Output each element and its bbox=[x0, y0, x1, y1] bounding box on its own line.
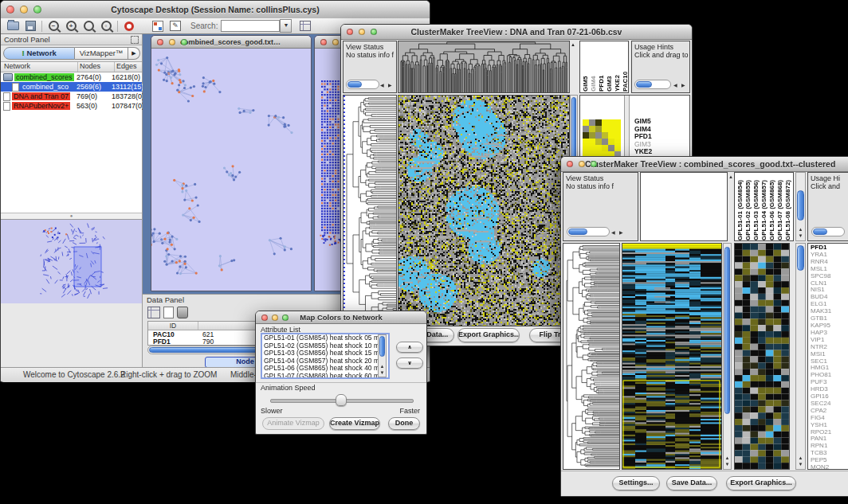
dialog-titlebar[interactable]: Map Colors to Network bbox=[256, 311, 426, 324]
attribute-listbox[interactable]: GPL51-01 (GSM854) heat shock 05 minGPL51… bbox=[261, 333, 390, 379]
t2-column-label[interactable]: GPL51-08 (GSM872) bbox=[784, 173, 792, 240]
network-view-window[interactable]: combined_scores_good.txt--cluste... bbox=[151, 35, 312, 291]
scroll-right-icon[interactable]: ▶ bbox=[619, 230, 623, 236]
window-controls[interactable] bbox=[261, 315, 289, 321]
scroll-up-icon[interactable]: ▲ bbox=[379, 364, 386, 369]
scroll-right-icon[interactable]: ▶ bbox=[681, 83, 685, 88]
minimize-button[interactable] bbox=[579, 161, 585, 167]
open-file-icon[interactable] bbox=[4, 19, 22, 33]
scroll-left-icon[interactable]: ◀ bbox=[673, 83, 677, 88]
annotation-icon[interactable]: ✎ bbox=[167, 19, 184, 33]
tab-vizmapper[interactable]: VizMapper™ bbox=[75, 47, 128, 60]
vizmapper-icon[interactable] bbox=[149, 19, 167, 33]
minimize-button[interactable] bbox=[272, 315, 278, 321]
scroll-up-icon[interactable]: ▲ bbox=[724, 455, 731, 461]
new-attribute-icon[interactable] bbox=[163, 307, 174, 318]
t1-status-hscrollbar[interactable] bbox=[346, 80, 379, 89]
network-table-row[interactable]: DNA and Tran 07769(0)183728(0) bbox=[1, 92, 142, 101]
t2-heatmap[interactable] bbox=[622, 243, 722, 470]
attribute-browser-icon[interactable] bbox=[296, 19, 314, 33]
zoom-button[interactable] bbox=[282, 315, 289, 321]
network-overview[interactable] bbox=[1, 220, 142, 303]
t1-titlebar[interactable]: ClusterMaker TreeView : DNA and Tran 07-… bbox=[341, 25, 692, 40]
t1-button-export-graphics[interactable]: Export Graphics... bbox=[457, 328, 520, 342]
search-dropdown-button[interactable]: ▼ bbox=[280, 19, 292, 33]
col-edges[interactable]: Edges bbox=[115, 62, 137, 72]
t1-column-label[interactable]: PAC10 bbox=[622, 42, 629, 92]
window-controls[interactable] bbox=[567, 161, 597, 167]
close-button[interactable] bbox=[261, 315, 268, 321]
zoom-button[interactable] bbox=[371, 29, 377, 35]
help-lifering-icon[interactable] bbox=[120, 19, 138, 33]
float-panel-icon[interactable] bbox=[131, 36, 139, 44]
t1-row-dendrogram[interactable] bbox=[343, 95, 397, 326]
t1-column-label[interactable]: PFD1 bbox=[598, 42, 606, 92]
t2-row-dendrogram[interactable] bbox=[563, 243, 620, 470]
scroll-left-icon[interactable]: ◀ bbox=[611, 230, 615, 236]
minimize-button[interactable] bbox=[20, 6, 28, 14]
move-down-button[interactable]: ∨ bbox=[396, 357, 423, 369]
zoom-fit-icon[interactable] bbox=[80, 19, 97, 33]
zoom-button[interactable] bbox=[591, 161, 597, 167]
scroll-down-icon[interactable]: ▼ bbox=[724, 462, 731, 467]
scroll-down-icon[interactable]: ▼ bbox=[379, 370, 386, 376]
zoom-button[interactable] bbox=[33, 6, 41, 14]
t2-column-dendrogram[interactable] bbox=[640, 172, 728, 241]
t2-gene-vscrollbar[interactable]: ▲ ▼ bbox=[795, 243, 806, 470]
t1-column-dendrogram[interactable] bbox=[398, 41, 570, 93]
t2-titlebar[interactable]: ClusterMaker TreeView : combined_scores_… bbox=[561, 157, 848, 172]
close-button[interactable] bbox=[157, 39, 163, 45]
create-vizmap-button[interactable]: Create Vizmap bbox=[329, 417, 380, 430]
t2-heatmap-vscrollbar[interactable]: ▲ ▼ bbox=[723, 243, 732, 470]
zoom-out-icon[interactable]: − bbox=[45, 19, 62, 33]
close-button[interactable] bbox=[347, 29, 353, 35]
save-icon[interactable] bbox=[22, 19, 39, 33]
overview-canvas[interactable] bbox=[1, 220, 141, 303]
animate-vizmap-button[interactable]: Animate Vizmap bbox=[262, 417, 324, 430]
t2-column-label[interactable]: GPL51-04 (GSM857) bbox=[760, 173, 768, 240]
done-button[interactable]: Done bbox=[388, 417, 420, 430]
network-canvas[interactable] bbox=[151, 49, 309, 291]
attribute-list-item[interactable]: GPL51-07 (GSM868) heat shock 60 min bbox=[262, 373, 388, 379]
close-button[interactable] bbox=[567, 161, 573, 167]
zoom-button[interactable] bbox=[181, 39, 187, 45]
t2-column-label[interactable]: GPL51-03 (GSM856) bbox=[752, 173, 760, 240]
network-table-row[interactable]: combined_scores2764(0)16218(0) bbox=[1, 72, 142, 82]
tab-network[interactable]: ⁝ Network bbox=[3, 47, 75, 60]
t2-collabel-vscrollbar[interactable]: ▲ ▼ bbox=[795, 172, 806, 241]
t2-column-label[interactable]: GPL51-07 (GSM868) bbox=[776, 173, 784, 240]
attribute-select-icon[interactable] bbox=[147, 307, 160, 318]
scroll-up-icon[interactable]: ▲ bbox=[796, 455, 805, 461]
t2-button-save-data[interactable]: Save Data... bbox=[666, 476, 717, 490]
scroll-up-icon[interactable]: ▲ bbox=[728, 174, 733, 180]
scroll-up-icon[interactable]: ▲ bbox=[571, 42, 575, 48]
main-titlebar[interactable]: Cytoscape Desktop (Session Name: collins… bbox=[1, 1, 430, 19]
tab-overflow-arrow[interactable]: ▶ bbox=[128, 47, 140, 60]
t1-column-label[interactable]: GIM4 bbox=[590, 42, 598, 92]
network-table-row[interactable]: RNAPuberNov2+563(0)107847(0) bbox=[1, 101, 142, 111]
gene-label[interactable]: MON2 bbox=[811, 464, 848, 470]
scroll-down-icon[interactable]: ▼ bbox=[796, 462, 805, 467]
minimize-button[interactable] bbox=[169, 39, 175, 45]
window-controls[interactable] bbox=[157, 39, 187, 45]
t1-mini-heatmap[interactable] bbox=[583, 119, 621, 158]
t1-usage-hscrollbar[interactable] bbox=[634, 80, 671, 89]
t2-zoom-heatmap[interactable] bbox=[734, 243, 790, 470]
t2-button-settings[interactable]: Settings... bbox=[612, 476, 660, 490]
window-controls[interactable] bbox=[6, 6, 41, 14]
close-button[interactable] bbox=[6, 6, 14, 14]
col-network[interactable]: Network bbox=[1, 62, 78, 72]
scroll-down-icon[interactable]: ▼ bbox=[796, 233, 805, 239]
search-input[interactable] bbox=[221, 20, 280, 32]
network-table-row[interactable]: combined_sco2569(6)13112(15) bbox=[1, 82, 142, 92]
t2-usage-hscrollbar[interactable] bbox=[811, 227, 845, 236]
t1-heatmap[interactable] bbox=[398, 95, 570, 326]
col-nodes[interactable]: Nodes bbox=[78, 62, 115, 72]
move-up-button[interactable]: ∧ bbox=[396, 342, 423, 353]
delete-attribute-icon[interactable] bbox=[177, 307, 188, 318]
t2-column-label[interactable]: GPL51-01 (GSM854) bbox=[736, 173, 744, 240]
t2-column-label[interactable]: GPL51-02 (GSM855) bbox=[744, 173, 752, 240]
slider-thumb[interactable] bbox=[336, 394, 347, 406]
scroll-left-icon[interactable]: ◀ bbox=[380, 83, 384, 88]
t2-button-export-graphics[interactable]: Export Graphics... bbox=[726, 476, 796, 490]
